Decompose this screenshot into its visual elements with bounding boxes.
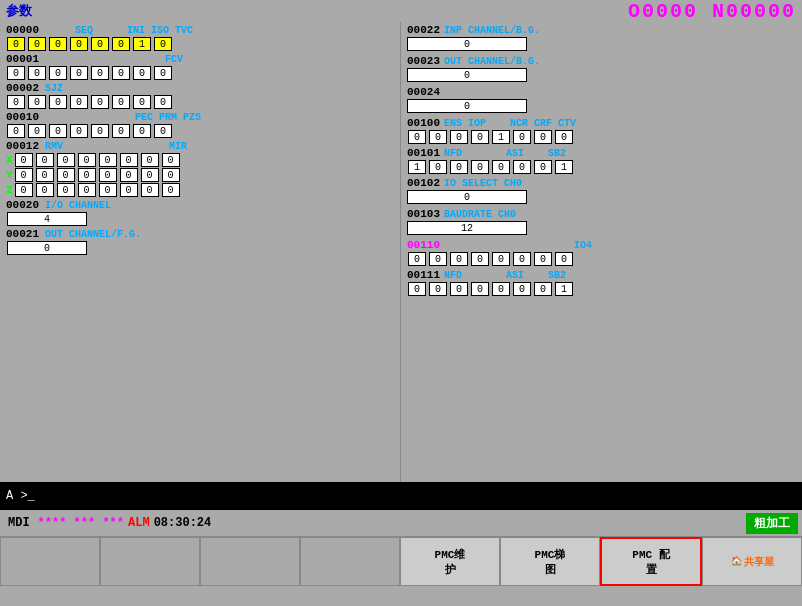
param-00002-bit2[interactable]: 0 xyxy=(49,95,67,109)
tab-pmc-config[interactable]: PMC 配置 xyxy=(600,537,702,586)
param-00100-bit6[interactable]: 0 xyxy=(534,130,552,144)
param-00002-bit1[interactable]: 0 xyxy=(28,95,46,109)
tab-pmc-ladder[interactable]: PMC梯图 xyxy=(500,537,600,586)
param-00012-y-bit6[interactable]: 0 xyxy=(141,168,159,182)
tab-pmc-maintenance[interactable]: PMC维护 xyxy=(400,537,500,586)
param-00002-bit5[interactable]: 0 xyxy=(112,95,130,109)
param-00001-bit4[interactable]: 0 xyxy=(91,66,109,80)
param-00000-bit7[interactable]: 0 xyxy=(154,37,172,51)
param-00012-y-bit1[interactable]: 0 xyxy=(36,168,54,182)
param-00010-bit6[interactable]: 0 xyxy=(133,124,151,138)
param-00111-bit0[interactable]: 0 xyxy=(408,282,426,296)
param-00010-bit5[interactable]: 0 xyxy=(112,124,130,138)
param-00001-bit1[interactable]: 0 xyxy=(28,66,46,80)
param-00111-bit3[interactable]: 0 xyxy=(471,282,489,296)
param-00012-z-bit7[interactable]: 0 xyxy=(162,183,180,197)
param-00100-bit0[interactable]: 0 xyxy=(408,130,426,144)
param-00010-bit4[interactable]: 0 xyxy=(91,124,109,138)
param-00101-bit0[interactable]: 1 xyxy=(408,160,426,174)
param-00100-bit3[interactable]: 0 xyxy=(471,130,489,144)
param-00001-bit0[interactable]: 0 xyxy=(7,66,25,80)
param-00012-x-bit7[interactable]: 0 xyxy=(162,153,180,167)
param-00102-value[interactable]: 0 xyxy=(407,190,527,204)
param-00022-value[interactable]: 0 xyxy=(407,37,527,51)
param-00002-bit3[interactable]: 0 xyxy=(70,95,88,109)
param-00012-y-bit3[interactable]: 0 xyxy=(78,168,96,182)
param-00101-bit3[interactable]: 0 xyxy=(471,160,489,174)
param-00010-bit0[interactable]: 0 xyxy=(7,124,25,138)
param-00012-z-bit1[interactable]: 0 xyxy=(36,183,54,197)
param-00002-bit4[interactable]: 0 xyxy=(91,95,109,109)
param-00010-bit2[interactable]: 0 xyxy=(49,124,67,138)
param-00001-bit2[interactable]: 0 xyxy=(49,66,67,80)
param-00000-bit5[interactable]: 0 xyxy=(112,37,130,51)
param-00020-value[interactable]: 4 xyxy=(7,212,87,226)
param-00100-bit7[interactable]: 0 xyxy=(555,130,573,144)
param-00110-bit3[interactable]: 0 xyxy=(471,252,489,266)
param-00110-bit0[interactable]: 0 xyxy=(408,252,426,266)
param-00012-y-bit4[interactable]: 0 xyxy=(99,168,117,182)
param-00100-bit4[interactable]: 1 xyxy=(492,130,510,144)
param-00000-bit2[interactable]: 0 xyxy=(49,37,67,51)
param-00000-bit1[interactable]: 0 xyxy=(28,37,46,51)
param-00012-y-bit5[interactable]: 0 xyxy=(120,168,138,182)
param-00012-x-bit5[interactable]: 0 xyxy=(120,153,138,167)
param-00012-x-bit3[interactable]: 0 xyxy=(78,153,96,167)
param-00010-bit3[interactable]: 0 xyxy=(70,124,88,138)
param-00100-bit5[interactable]: 0 xyxy=(513,130,531,144)
param-00001-bit6[interactable]: 0 xyxy=(133,66,151,80)
param-00012-y-bit0[interactable]: 0 xyxy=(15,168,33,182)
param-00101-bit4[interactable]: 0 xyxy=(492,160,510,174)
param-00021-value[interactable]: 0 xyxy=(7,241,87,255)
tab-empty-1[interactable] xyxy=(0,537,100,586)
tab-empty-4[interactable] xyxy=(300,537,400,586)
param-00012-x-bit4[interactable]: 0 xyxy=(99,153,117,167)
param-00000-bit0[interactable]: 0 xyxy=(7,37,25,51)
param-00111-bit6[interactable]: 0 xyxy=(534,282,552,296)
param-00012-z-bit6[interactable]: 0 xyxy=(141,183,159,197)
param-00000-bit4[interactable]: 0 xyxy=(91,37,109,51)
param-00012-z-bit0[interactable]: 0 xyxy=(15,183,33,197)
param-00012-z-bit5[interactable]: 0 xyxy=(120,183,138,197)
param-00002-bit7[interactable]: 0 xyxy=(154,95,172,109)
param-00110-bit6[interactable]: 0 xyxy=(534,252,552,266)
param-00101-bit1[interactable]: 0 xyxy=(429,160,447,174)
param-00002-bit6[interactable]: 0 xyxy=(133,95,151,109)
param-00023-value[interactable]: 0 xyxy=(407,68,527,82)
param-00001-bit7[interactable]: 0 xyxy=(154,66,172,80)
param-00012-y-bit2[interactable]: 0 xyxy=(57,168,75,182)
param-00101-bit7[interactable]: 1 xyxy=(555,160,573,174)
param-00010-bit1[interactable]: 0 xyxy=(28,124,46,138)
param-00024-value[interactable]: 0 xyxy=(407,99,527,113)
param-00012-x-bit1[interactable]: 0 xyxy=(36,153,54,167)
param-00111-bit5[interactable]: 0 xyxy=(513,282,531,296)
param-00100-bit1[interactable]: 0 xyxy=(429,130,447,144)
param-00002-bit0[interactable]: 0 xyxy=(7,95,25,109)
tab-empty-2[interactable] xyxy=(100,537,200,586)
tab-empty-3[interactable] xyxy=(200,537,300,586)
param-00103-value[interactable]: 12 xyxy=(407,221,527,235)
param-00110-bit2[interactable]: 0 xyxy=(450,252,468,266)
param-00012-y-bit7[interactable]: 0 xyxy=(162,168,180,182)
param-00012-x-bit6[interactable]: 0 xyxy=(141,153,159,167)
param-00101-bit6[interactable]: 0 xyxy=(534,160,552,174)
param-00000-bit6[interactable]: 1 xyxy=(133,37,151,51)
param-00111-bit1[interactable]: 0 xyxy=(429,282,447,296)
param-00010-bit7[interactable]: 0 xyxy=(154,124,172,138)
param-00000-bit3[interactable]: 0 xyxy=(70,37,88,51)
param-00100-bit2[interactable]: 0 xyxy=(450,130,468,144)
param-00110-bit5[interactable]: 0 xyxy=(513,252,531,266)
param-00012-z-bit4[interactable]: 0 xyxy=(99,183,117,197)
param-00012-x-bit2[interactable]: 0 xyxy=(57,153,75,167)
param-00101-bit5[interactable]: 0 xyxy=(513,160,531,174)
param-00012-z-bit2[interactable]: 0 xyxy=(57,183,75,197)
param-00012-x-bit0[interactable]: 0 xyxy=(15,153,33,167)
param-00111-bit4[interactable]: 0 xyxy=(492,282,510,296)
param-00012-z-bit3[interactable]: 0 xyxy=(78,183,96,197)
param-00111-bit2[interactable]: 0 xyxy=(450,282,468,296)
param-00110-bit1[interactable]: 0 xyxy=(429,252,447,266)
param-00110-bit7[interactable]: 0 xyxy=(555,252,573,266)
param-00101-bit2[interactable]: 0 xyxy=(450,160,468,174)
param-00111-bit7[interactable]: 1 xyxy=(555,282,573,296)
param-00001-bit5[interactable]: 0 xyxy=(112,66,130,80)
